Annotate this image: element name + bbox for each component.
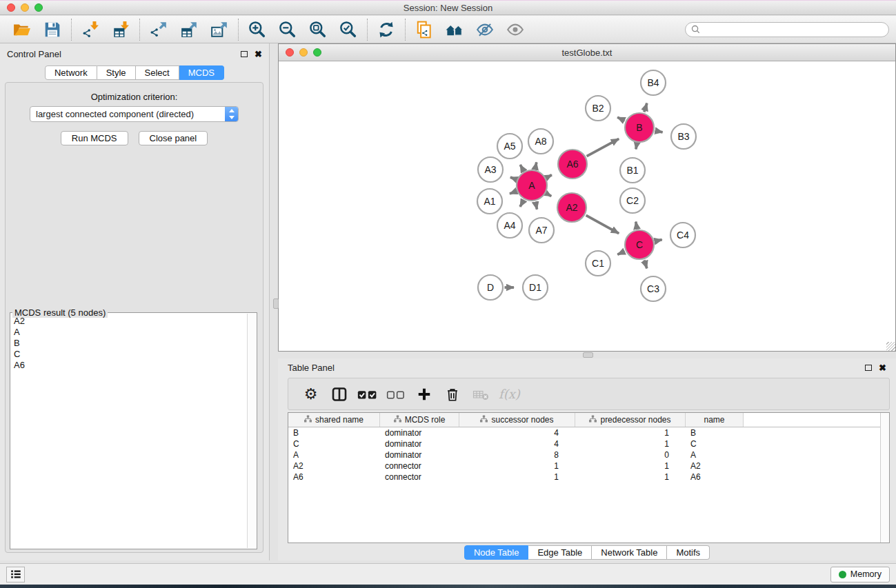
- network-graph: B4B2BB3A5A8A6A3B1AA1C2A2A4A7CC4C1C3DD1: [279, 61, 895, 351]
- close-panel-icon[interactable]: ✖: [255, 50, 262, 59]
- tab-style[interactable]: Style: [97, 65, 136, 80]
- result-item[interactable]: B: [12, 338, 246, 349]
- table-scrollbar[interactable]: [880, 413, 889, 543]
- column-header-name[interactable]: name: [686, 413, 744, 427]
- table-cell: 1: [575, 472, 686, 482]
- show-details-icon[interactable]: [500, 17, 530, 42]
- result-scrollbar[interactable]: [247, 314, 256, 548]
- column-browser-icon[interactable]: [326, 382, 352, 407]
- graph-node-label-B1: B1: [626, 165, 638, 176]
- attribute-icon: [480, 415, 488, 425]
- table-cell: C: [686, 439, 744, 449]
- result-item[interactable]: A: [12, 327, 246, 338]
- tab-motifs[interactable]: Motifs: [667, 545, 710, 560]
- memory-status-icon: [839, 571, 846, 578]
- table-cell: B: [288, 428, 380, 438]
- delete-column-icon[interactable]: [439, 382, 465, 407]
- column-header-successor-nodes[interactable]: successor nodes: [459, 413, 575, 427]
- column-header-MCDS-role[interactable]: MCDS role: [380, 413, 459, 427]
- close-table-panel-icon[interactable]: ✖: [879, 363, 886, 372]
- save-icon[interactable]: [37, 17, 68, 42]
- graph-edge-A-A7[interactable]: [535, 202, 537, 210]
- graph-edge-B-B4[interactable]: [644, 103, 647, 112]
- graph-node-label-A8: A8: [535, 136, 546, 147]
- tab-mcds[interactable]: MCDS: [179, 65, 224, 80]
- network-canvas[interactable]: B4B2BB3A5A8A6A3B1AA1C2A2A4A7CC4C1C3DD1: [279, 61, 895, 351]
- graph-edge-A-A3[interactable]: [510, 177, 516, 179]
- import-network-icon[interactable]: [75, 17, 106, 42]
- import-table-icon[interactable]: [106, 17, 136, 42]
- table-row[interactable]: A2connector11A2: [288, 460, 889, 472]
- export-image-icon[interactable]: [204, 17, 235, 42]
- toolbar-separator: [139, 19, 140, 41]
- column-header-predecessor-nodes[interactable]: predecessor nodes: [575, 413, 686, 427]
- table-row[interactable]: A6connector11A6: [288, 472, 889, 483]
- select-all-icon[interactable]: [355, 382, 380, 407]
- graph-edge-A-A1[interactable]: [510, 192, 516, 194]
- graph-node-label-D: D: [487, 282, 494, 293]
- zoom-in-icon[interactable]: [242, 17, 272, 42]
- zoom-out-icon[interactable]: [272, 17, 303, 42]
- search-input[interactable]: [704, 25, 883, 34]
- table-cell: A: [288, 450, 380, 460]
- window-title: Session: New Session: [0, 3, 896, 13]
- graph-edge-C-C3[interactable]: [644, 260, 647, 268]
- close-panel-button[interactable]: Close panel: [139, 131, 208, 145]
- vertical-splitter-handle[interactable]: [273, 298, 279, 309]
- tab-node-table[interactable]: Node Table: [464, 545, 529, 560]
- control-panel-title: Control Panel: [7, 49, 61, 59]
- export-table-icon[interactable]: [174, 17, 204, 42]
- float-table-panel-icon[interactable]: [865, 365, 872, 371]
- memory-button[interactable]: Memory: [830, 567, 890, 582]
- zoom-fit-icon[interactable]: [303, 17, 333, 42]
- refresh-icon[interactable]: [371, 17, 401, 42]
- node-table: shared nameMCDS rolesuccessor nodesprede…: [288, 412, 890, 543]
- task-history-button[interactable]: [6, 567, 25, 582]
- table-row[interactable]: Bdominator41B: [288, 427, 889, 438]
- main-toolbar: [0, 16, 896, 43]
- result-item[interactable]: A6: [12, 360, 246, 371]
- folder-open-icon[interactable]: [7, 17, 37, 42]
- table-cell: dominator: [380, 439, 459, 449]
- export-network-icon[interactable]: [143, 17, 174, 42]
- settings-gear-icon[interactable]: ⚙: [298, 382, 323, 407]
- resize-grip[interactable]: [886, 342, 895, 351]
- table-cell: dominator: [380, 428, 459, 438]
- tab-network[interactable]: Network: [45, 65, 97, 80]
- tab-select[interactable]: Select: [136, 65, 179, 80]
- graph-edge-B-B2[interactable]: [617, 117, 625, 121]
- float-panel-icon[interactable]: [241, 51, 248, 57]
- graph-edge-B-B1[interactable]: [636, 143, 637, 149]
- column-header-shared-name[interactable]: shared name: [288, 413, 380, 427]
- graph-edge-B-B3[interactable]: [655, 131, 663, 132]
- zoom-selected-icon[interactable]: [333, 17, 364, 42]
- add-column-icon[interactable]: [411, 382, 437, 407]
- graph-edge-A-A4[interactable]: [520, 201, 524, 207]
- hide-details-icon[interactable]: [470, 17, 500, 42]
- home-icon[interactable]: [439, 17, 470, 42]
- graph-edge-C-C2[interactable]: [636, 222, 637, 229]
- tab-network-table[interactable]: Network Table: [592, 545, 667, 560]
- graph-edge-A6-B[interactable]: [587, 139, 619, 156]
- deselect-all-icon[interactable]: [383, 382, 408, 407]
- run-mcds-button[interactable]: Run MCDS: [61, 131, 128, 145]
- criterion-value: largest connected component (directed): [36, 109, 194, 119]
- table-cell: connector: [380, 472, 459, 482]
- table-row[interactable]: Cdominator41C: [288, 438, 889, 449]
- graph-edge-A-A5[interactable]: [520, 165, 524, 171]
- network-file-icon[interactable]: [409, 17, 439, 42]
- tab-edge-table[interactable]: Edge Table: [528, 545, 592, 560]
- result-item[interactable]: C: [12, 349, 246, 360]
- graph-edge-C-C1[interactable]: [617, 252, 624, 255]
- graph-edge-A-A2[interactable]: [547, 194, 552, 196]
- graph-edge-A-A6[interactable]: [547, 175, 552, 178]
- graph-edge-A2-C[interactable]: [586, 215, 619, 233]
- graph-edge-C-C4[interactable]: [655, 240, 662, 241]
- attribute-icon: [304, 415, 312, 425]
- graph-edge-A-A8[interactable]: [535, 162, 537, 169]
- table-row[interactable]: Adominator80A: [288, 449, 889, 460]
- result-item[interactable]: A2: [12, 316, 246, 327]
- search-box[interactable]: [685, 22, 889, 37]
- horizontal-splitter-handle[interactable]: [583, 352, 593, 358]
- criterion-select[interactable]: largest connected component (directed): [30, 106, 239, 122]
